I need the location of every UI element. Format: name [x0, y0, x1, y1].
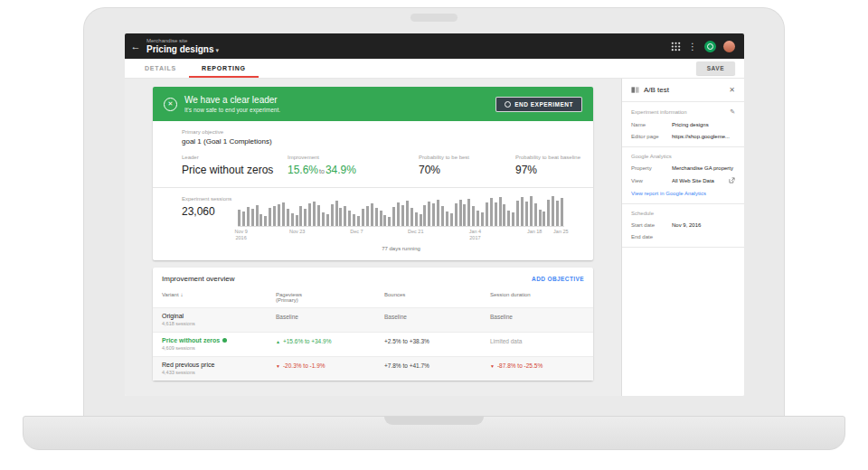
bounces-cell: +2.5% to +38.3% — [384, 337, 490, 351]
sessions-label: Experiment sessions — [182, 196, 238, 202]
save-button[interactable]: SAVE — [696, 61, 735, 75]
external-link-icon[interactable] — [729, 177, 735, 183]
sidebar-header: A/B test ✕ — [622, 79, 744, 101]
variant-name: Original — [162, 313, 276, 319]
chart-bar — [259, 214, 262, 226]
experiment-info-section: Experiment information ✎ Name Pricing de… — [622, 102, 744, 146]
app-header: ← Merchandise site Pricing designs▾ — [125, 33, 744, 59]
column-pageviews[interactable]: Pageviews (Primary) — [276, 292, 384, 303]
laptop-base — [23, 416, 845, 450]
chart-bar — [278, 204, 280, 226]
pageviews-cell: ▲+15.6% to +34.9% — [276, 337, 384, 351]
chart-bar — [251, 209, 254, 226]
chart-bar — [317, 205, 320, 226]
chart-bar — [348, 211, 351, 226]
leader-banner: ✕ We have a clear leader It's now safe t… — [153, 87, 593, 121]
chart-bar — [331, 204, 334, 226]
chart-bar — [467, 199, 470, 226]
chart-bar — [366, 206, 369, 226]
site-label: Merchandise site — [146, 38, 219, 43]
page-title[interactable]: Pricing designs▾ — [146, 45, 219, 54]
chart-bar — [299, 206, 302, 226]
metric-value: Price without zeros — [182, 164, 288, 176]
add-objective-link[interactable]: ADD OBJECTIVE — [532, 276, 584, 282]
sidebar-title: A/B test — [644, 86, 669, 94]
sessions-section: Experiment sessions 23,060 Nov 92016 Nov… — [153, 188, 593, 260]
end-experiment-button[interactable]: END EXPERIMENT — [495, 97, 582, 112]
improvement-joiner: to — [319, 168, 325, 174]
chart-bar — [335, 201, 338, 226]
chart-bar — [415, 212, 418, 226]
chart-bar — [476, 211, 479, 226]
chart-bar — [561, 198, 563, 226]
tab-reporting[interactable]: REPORTING — [189, 59, 259, 78]
apps-grid-icon[interactable] — [671, 42, 681, 52]
field-label: Editor page — [631, 134, 672, 139]
field-label: Start date — [631, 222, 672, 228]
column-session-duration[interactable]: Session duration — [490, 292, 584, 303]
ab-test-icon — [631, 86, 639, 94]
sessions-chart — [238, 196, 564, 227]
axis-tick: Dec 7 — [350, 229, 363, 235]
chart-bar — [521, 197, 524, 226]
chart-bar — [388, 217, 391, 226]
field-label: Property — [631, 165, 672, 171]
chart-bar — [242, 212, 245, 226]
user-avatar[interactable] — [723, 41, 735, 52]
chart-bar — [406, 201, 409, 226]
laptop-camera — [410, 14, 458, 22]
sessions-count: 23,060 — [182, 205, 238, 218]
back-button[interactable]: ← — [125, 41, 146, 52]
metrics-row: Leader Price without zeros Improvement 1… — [153, 146, 593, 187]
axis-tick: Dec 21 — [408, 229, 423, 235]
chart-bar — [344, 206, 346, 226]
table-row-leader[interactable]: Price without zeros 4,609 sessions ▲+15.… — [153, 332, 593, 356]
property-row: Property Merchandise GA property — [631, 165, 735, 171]
end-date-row: End date — [631, 234, 735, 240]
editor-page-row: Editor page https://shop.googleme... — [631, 134, 735, 139]
overflow-menu-icon[interactable]: ⋮ — [688, 42, 697, 52]
end-experiment-label: END EXPERIMENT — [514, 101, 573, 108]
field-value: Pricing designs — [672, 122, 735, 127]
chart-bar — [282, 202, 285, 226]
chart-bar — [296, 215, 298, 226]
section-heading: Schedule — [631, 211, 654, 216]
duration-cell: Limited data — [490, 337, 584, 351]
table-row-red-price[interactable]: Red previous price 4,433 sessions ▼-20.3… — [153, 356, 593, 381]
pageviews-cell: Baseline — [276, 313, 384, 326]
tab-bar: DETAILS REPORTING SAVE — [125, 59, 744, 79]
arrow-down-icon: ▼ — [490, 363, 495, 369]
content-area: ✕ We have a clear leader It's now safe t… — [125, 79, 744, 396]
variant-name: Price without zeros — [162, 337, 220, 343]
chart-bar — [397, 202, 400, 226]
column-variant[interactable]: Variant↓ — [162, 292, 276, 303]
chart-bar — [383, 215, 386, 226]
view-report-link[interactable]: View report in Google Analytics — [631, 191, 735, 196]
objective-label: Primary objective — [182, 129, 564, 135]
close-icon[interactable]: ✕ — [729, 86, 735, 94]
metric-label: Improvement — [288, 155, 419, 160]
optimize-avatar[interactable] — [704, 41, 716, 52]
start-date-row: Start date Nov 9, 2016 — [631, 222, 735, 228]
axis-tick: Nov 23 — [289, 229, 305, 235]
metric-value: 70% — [419, 164, 515, 176]
tab-details[interactable]: DETAILS — [132, 59, 189, 78]
chart-x-axis: Nov 92016 Nov 23 Dec 7 Dec 21 Jan 42017 … — [238, 229, 564, 241]
chart-bar — [264, 216, 267, 226]
chart-bar — [362, 209, 364, 226]
banner-subtitle: It's now safe to end your experiment. — [184, 107, 280, 113]
divider — [622, 247, 744, 248]
chart-bar — [380, 211, 382, 226]
days-running-note: 77 days running — [238, 246, 564, 251]
section-heading: Google Analytics — [631, 154, 672, 159]
chart-bar — [530, 196, 533, 226]
field-label: End date — [631, 234, 672, 240]
section-heading: Experiment information — [631, 109, 687, 115]
table-row-original[interactable]: Original 4,618 sessions Baseline Baselin… — [153, 307, 593, 332]
chart-bar — [503, 204, 505, 226]
chart-bar — [428, 202, 430, 226]
column-bounces[interactable]: Bounces — [384, 292, 490, 303]
laptop-screen-bezel: ← Merchandise site Pricing designs▾ — [83, 7, 785, 416]
edit-pencil-icon[interactable]: ✎ — [730, 108, 735, 116]
field-label: Name — [631, 122, 672, 127]
